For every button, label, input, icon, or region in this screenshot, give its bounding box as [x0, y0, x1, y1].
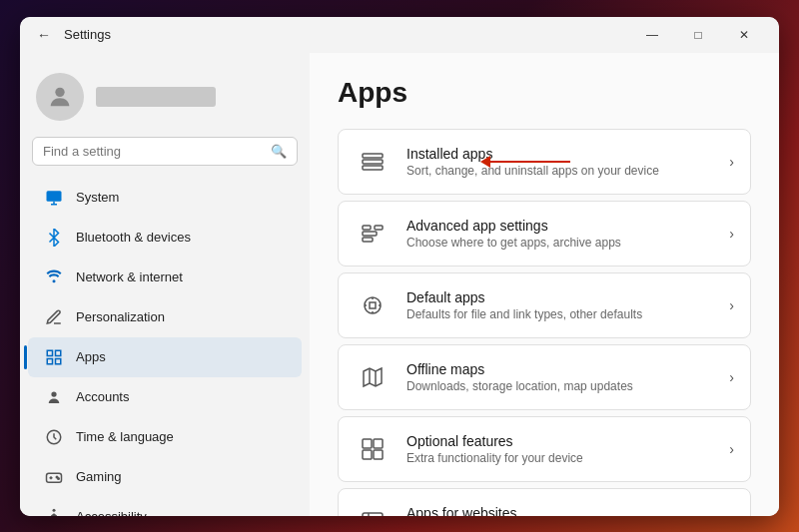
offline-maps-chevron: ›: [729, 369, 734, 385]
optional-features-card[interactable]: Optional features Extra functionality fo…: [338, 416, 751, 482]
nav-label-bluetooth: Bluetooth & devices: [76, 230, 191, 245]
svg-rect-21: [375, 226, 383, 230]
svg-rect-23: [363, 439, 372, 448]
content-area: 🔍 System Bluetooth & devices Network: [20, 53, 779, 516]
nav-item-bluetooth[interactable]: Bluetooth & devices: [28, 218, 302, 258]
window-controls: — □ ✕: [629, 17, 767, 53]
svg-rect-24: [374, 439, 383, 448]
accounts-icon: [44, 387, 64, 407]
nav-label-network: Network & internet: [76, 269, 183, 284]
search-icon: 🔍: [271, 144, 287, 159]
optional-features-chevron: ›: [729, 441, 734, 457]
offline-maps-text: Offline maps Downloads, storage location…: [406, 361, 721, 393]
avatar: [36, 73, 84, 121]
apps-for-websites-title: Apps for websites: [406, 505, 721, 516]
window-title: Settings: [64, 27, 629, 42]
default-apps-text: Default apps Defaults for file and link …: [406, 289, 721, 321]
nav-item-gaming[interactable]: Gaming: [28, 457, 302, 497]
svg-rect-26: [374, 450, 383, 459]
apps-for-websites-chevron: ›: [729, 513, 734, 516]
nav-label-time: Time & language: [76, 429, 174, 444]
advanced-app-settings-card[interactable]: Advanced app settings Choose where to ge…: [338, 201, 751, 266]
advanced-app-settings-text: Advanced app settings Choose where to ge…: [406, 218, 721, 250]
nav-item-time[interactable]: Time & language: [28, 417, 302, 457]
offline-maps-title: Offline maps: [406, 361, 721, 377]
search-input[interactable]: [43, 144, 263, 159]
nav-item-accounts[interactable]: Accounts: [28, 377, 302, 417]
arrow-head: [480, 156, 490, 168]
nav-label-accounts: Accounts: [76, 389, 129, 404]
svg-rect-19: [363, 232, 377, 236]
svg-rect-15: [363, 154, 383, 158]
svg-point-0: [55, 87, 64, 96]
default-apps-icon: [355, 287, 391, 323]
offline-maps-icon: [355, 359, 391, 395]
arrow-line: [490, 161, 570, 163]
profile-area: [20, 61, 310, 137]
default-apps-chevron: ›: [729, 297, 734, 313]
network-icon: [44, 267, 64, 287]
svg-rect-18: [363, 226, 371, 230]
svg-rect-17: [363, 166, 383, 170]
svg-rect-8: [56, 358, 61, 363]
nav-item-personalization[interactable]: Personalization: [28, 297, 302, 337]
nav-item-apps[interactable]: Apps: [28, 337, 302, 377]
nav-label-gaming: Gaming: [76, 469, 122, 484]
svg-point-9: [51, 391, 56, 396]
svg-rect-25: [363, 450, 372, 459]
svg-rect-20: [363, 238, 373, 242]
offline-maps-desc: Downloads, storage location, map updates: [406, 379, 721, 393]
profile-name: [96, 87, 216, 107]
svg-rect-6: [56, 350, 61, 355]
accessibility-icon: [44, 507, 64, 516]
maximize-button[interactable]: □: [675, 17, 721, 53]
offline-maps-card[interactable]: Offline maps Downloads, storage location…: [338, 344, 751, 410]
nav-label-accessibility: Accessibility: [76, 509, 147, 516]
svg-rect-16: [363, 160, 383, 164]
svg-rect-1: [47, 191, 62, 202]
titlebar: ← Settings — □ ✕: [20, 17, 779, 53]
optional-features-icon: [355, 431, 391, 467]
svg-rect-7: [47, 358, 52, 363]
nav-label-apps: Apps: [76, 349, 106, 364]
back-button[interactable]: ←: [32, 23, 56, 47]
system-icon: [44, 188, 64, 208]
installed-apps-icon: [355, 144, 391, 180]
advanced-app-settings-chevron: ›: [729, 226, 734, 242]
svg-point-14: [53, 508, 56, 511]
advanced-app-settings-title: Advanced app settings: [406, 218, 721, 234]
nav-item-network[interactable]: Network & internet: [28, 258, 302, 297]
nav-label-system: System: [76, 190, 119, 205]
nav-item-accessibility[interactable]: Accessibility: [28, 497, 302, 516]
page-title: Apps: [338, 77, 751, 109]
sidebar: 🔍 System Bluetooth & devices Network: [20, 53, 310, 516]
default-apps-card[interactable]: Default apps Defaults for file and link …: [338, 272, 751, 338]
optional-features-text: Optional features Extra functionality fo…: [406, 433, 721, 465]
svg-rect-27: [363, 513, 383, 516]
advanced-app-settings-icon: [355, 216, 391, 252]
default-apps-title: Default apps: [406, 289, 721, 305]
installed-apps-chevron: ›: [729, 154, 734, 170]
nav-label-personalization: Personalization: [76, 309, 165, 324]
time-icon: [44, 427, 64, 447]
arrow-annotation: [480, 156, 570, 168]
personalization-icon: [44, 307, 64, 327]
apps-icon: [44, 347, 64, 367]
search-box[interactable]: 🔍: [32, 137, 298, 166]
optional-features-title: Optional features: [406, 433, 721, 449]
apps-for-websites-icon: [355, 503, 391, 516]
default-apps-desc: Defaults for file and link types, other …: [406, 307, 721, 321]
optional-features-desc: Extra functionality for your device: [406, 451, 721, 465]
advanced-app-settings-desc: Choose where to get apps, archive apps: [406, 236, 721, 250]
svg-point-13: [58, 477, 60, 479]
close-button[interactable]: ✕: [721, 17, 767, 53]
minimize-button[interactable]: —: [629, 17, 675, 53]
installed-apps-card[interactable]: Installed apps Sort, change, and uninsta…: [338, 129, 751, 195]
main-content: Apps Installed apps Sort, change, and un…: [310, 53, 779, 516]
gaming-icon: [44, 467, 64, 487]
svg-point-4: [53, 279, 56, 282]
bluetooth-icon: [44, 228, 64, 248]
nav-item-system[interactable]: System: [28, 178, 302, 218]
apps-for-websites-card[interactable]: Apps for websites Websites that can open…: [338, 488, 751, 516]
svg-point-22: [365, 297, 381, 313]
